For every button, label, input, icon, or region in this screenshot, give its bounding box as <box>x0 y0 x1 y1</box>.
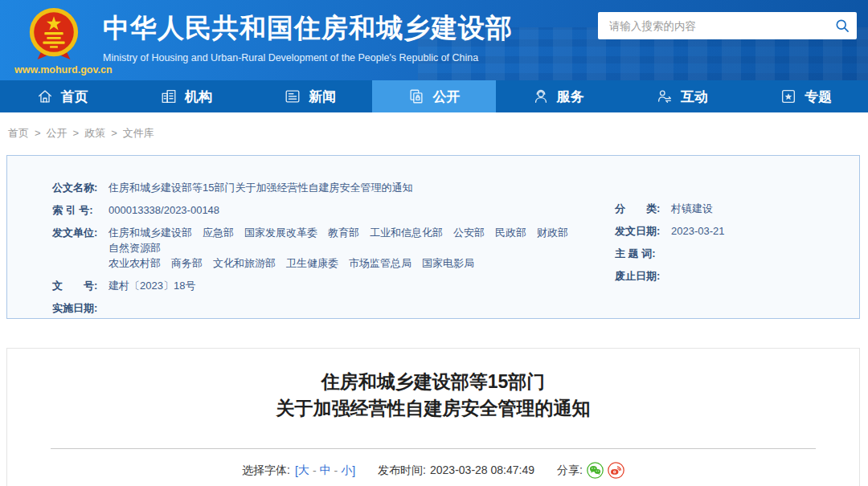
doc-info-row: 发文单位:住房和城乡建设部 应急部 国家发展改革委 教育部 工业和信息化部 公安… <box>52 225 586 271</box>
nav-tab-label: 公开 <box>432 88 460 106</box>
nav-tab-label: 互动 <box>681 88 708 106</box>
doc-info-value: 建村〔2023〕18号 <box>108 278 195 293</box>
nav-tab-service[interactable]: 服务 <box>496 80 620 112</box>
article-panel: 住房和城乡建设部等15部门 关于加强经营性自建房安全管理的通知 选择字体: [大… <box>6 348 860 486</box>
search-icon[interactable] <box>828 12 857 39</box>
nav-tab-label: 新闻 <box>309 88 336 106</box>
nav-tab-topics[interactable]: 专题 <box>744 80 868 112</box>
weibo-share-icon[interactable] <box>608 462 624 479</box>
doc-info-value: 村镇建设 <box>671 201 713 216</box>
publish-time-label: 发布时间: <box>378 464 426 476</box>
document-info-right-column: 分 类:村镇建设发文日期:2023-03-21主 题 词:废止日期: <box>615 201 853 291</box>
article-title-line1: 住房和城乡建设部等15部门 <box>7 369 859 395</box>
doc-info-label: 废止日期: <box>615 268 665 284</box>
title-divider <box>51 448 816 449</box>
nav-tab-interaction[interactable]: 互动 <box>620 80 743 112</box>
nav-tab-label: 机构 <box>185 88 212 106</box>
doc-info-label: 分 类: <box>615 201 665 216</box>
home-icon <box>36 88 54 105</box>
doc-info-row: 实施日期: <box>52 300 586 316</box>
doc-info-row: 废止日期: <box>615 268 853 284</box>
interaction-icon <box>656 88 674 105</box>
nav-tab-label: 服务 <box>557 88 584 106</box>
doc-info-row: 发文日期:2023-03-21 <box>615 223 853 239</box>
breadcrumb-item[interactable]: 首页 <box>8 127 29 139</box>
site-subtitle: Ministry of Housing and Urban-Rural Deve… <box>103 52 513 63</box>
star-square-icon <box>780 88 797 105</box>
search-box <box>598 12 857 39</box>
article-title: 住房和城乡建设部等15部门 关于加强经营性自建房安全管理的通知 <box>7 369 859 422</box>
document-info-panel: 公文名称:住房和城乡建设部等15部门关于加强经营性自建房安全管理的通知索 引 号… <box>6 155 860 319</box>
doc-info-value: 000013338/2023-00148 <box>108 202 219 218</box>
breadcrumb-separator: > <box>73 127 80 139</box>
doc-info-value: 住房和城乡建设部等15部门关于加强经营性自建房安全管理的通知 <box>108 180 412 195</box>
font-size-option-2[interactable]: 小 <box>341 464 352 478</box>
doc-info-label: 索 引 号: <box>52 202 102 218</box>
site-title-block: 中华人民共和国住房和城乡建设部 Ministry of Housing and … <box>103 10 513 63</box>
nav-tab-organization[interactable]: 机构 <box>124 80 248 112</box>
disclosure-lock-icon <box>407 88 425 105</box>
article-toolbar: 选择字体: [大-中-小] 发布时间:2023-03-28 08:47:49 分… <box>7 462 859 479</box>
site-url: www.mohurd.gov.cn <box>14 64 113 76</box>
doc-info-label: 发文日期: <box>615 223 665 239</box>
font-size-option-0[interactable]: 大 <box>298 464 309 478</box>
doc-info-row: 公文名称:住房和城乡建设部等15部门关于加强经营性自建房安全管理的通知 <box>52 180 586 195</box>
doc-info-value: 2023-03-21 <box>671 223 725 239</box>
search-input[interactable] <box>598 20 828 32</box>
font-size-separator: - <box>313 464 317 477</box>
page: www.mohurd.gov.cn 中华人民共和国住房和城乡建设部 Minist… <box>0 0 868 486</box>
breadcrumb-item[interactable]: 文件库 <box>123 127 154 139</box>
doc-info-label: 发文单位: <box>52 225 102 271</box>
nav-tab-label: 专题 <box>805 88 832 106</box>
breadcrumb-separator: > <box>111 127 117 139</box>
doc-info-value: 住房和城乡建设部 应急部 国家发展改革委 教育部 工业和信息化部 公安部 民政部… <box>108 225 586 271</box>
service-person-icon <box>532 88 550 105</box>
document-info-left-column: 公文名称:住房和城乡建设部等15部门关于加强经营性自建房安全管理的通知索 引 号… <box>52 180 586 323</box>
publish-time-value: 2023-03-28 08:47:49 <box>430 464 534 476</box>
breadcrumb-item[interactable]: 公开 <box>47 127 68 139</box>
nav-tab-home[interactable]: 首页 <box>0 80 124 112</box>
organization-icon <box>160 88 178 105</box>
font-size-option-1[interactable]: 中 <box>320 464 331 478</box>
doc-info-row: 分 类:村镇建设 <box>615 201 853 216</box>
doc-info-label: 文 号: <box>52 278 102 293</box>
doc-info-label: 主 题 词: <box>615 246 665 261</box>
site-header: www.mohurd.gov.cn 中华人民共和国住房和城乡建设部 Minist… <box>0 0 868 80</box>
national-emblem-icon <box>26 5 82 66</box>
share-bar: 分享: <box>557 462 624 479</box>
site-title: 中华人民共和国住房和城乡建设部 <box>103 10 513 47</box>
wechat-share-icon[interactable] <box>587 462 604 479</box>
doc-info-row: 索 引 号:000013338/2023-00148 <box>52 202 586 218</box>
font-size-separator: - <box>334 464 338 477</box>
nav-tab-news[interactable]: 新闻 <box>248 80 372 112</box>
doc-info-row: 文 号:建村〔2023〕18号 <box>52 278 586 293</box>
doc-info-label: 实施日期: <box>52 300 102 316</box>
doc-info-row: 主 题 词: <box>615 246 853 261</box>
breadcrumb-item[interactable]: 政策 <box>84 127 105 139</box>
article-title-line2: 关于加强经营性自建房安全管理的通知 <box>7 395 859 422</box>
share-label: 分享: <box>557 464 583 478</box>
main-nav: 首页机构新闻公开服务互动专题 <box>0 80 868 112</box>
publish-time: 发布时间:2023-03-28 08:47:49 <box>378 464 534 478</box>
nav-tab-label: 首页 <box>61 88 88 106</box>
font-size-selector: [大-中-小] <box>295 464 355 478</box>
doc-info-label: 公文名称: <box>52 180 102 195</box>
font-size-bracket: ] <box>352 464 355 477</box>
font-selector-label: 选择字体: <box>242 464 290 478</box>
news-icon <box>284 88 301 105</box>
breadcrumb: 首页>公开>政策>文件库 <box>8 126 154 141</box>
nav-tab-disclosure[interactable]: 公开 <box>372 80 496 112</box>
breadcrumb-separator: > <box>35 127 41 139</box>
